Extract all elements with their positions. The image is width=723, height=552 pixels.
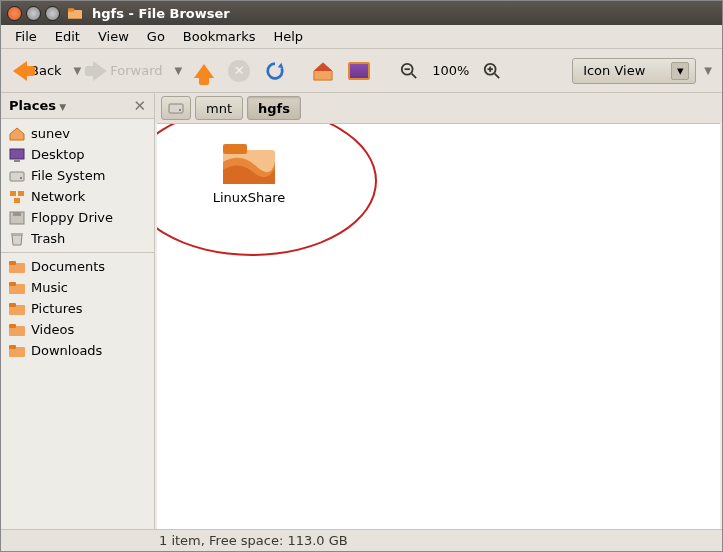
sidebar-item-downloads[interactable]: Downloads: [1, 340, 154, 361]
svg-rect-28: [9, 345, 16, 349]
svg-rect-24: [9, 303, 16, 307]
svg-rect-32: [223, 144, 247, 154]
sidebar-item-videos[interactable]: Videos: [1, 319, 154, 340]
sidebar-item-label: Pictures: [31, 301, 82, 316]
menu-file[interactable]: File: [7, 27, 45, 46]
sidebar-item-label: Desktop: [31, 147, 85, 162]
svg-rect-29: [169, 104, 183, 113]
zoom-out-button[interactable]: [396, 59, 422, 83]
window-minimize-button[interactable]: [26, 6, 41, 21]
svg-rect-10: [14, 160, 20, 162]
path-segment-hgfs[interactable]: hgfs: [247, 96, 301, 120]
svg-rect-14: [18, 191, 24, 196]
folder-icon: [9, 302, 25, 316]
view-mode-select[interactable]: Icon View ▾: [572, 58, 696, 84]
reload-button[interactable]: [260, 57, 290, 85]
folder-icon: [221, 142, 277, 186]
stop-icon: ✕: [228, 60, 250, 82]
menu-help[interactable]: Help: [265, 27, 311, 46]
back-history-dropdown[interactable]: ▼: [72, 65, 84, 76]
svg-rect-18: [11, 233, 23, 235]
file-item-linuxshare[interactable]: LinuxShare: [199, 142, 299, 205]
menu-bookmarks[interactable]: Bookmarks: [175, 27, 264, 46]
svg-rect-26: [9, 324, 16, 328]
status-text: 1 item, Free space: 113.0 GB: [159, 533, 348, 548]
sidebar-separator: [1, 252, 154, 253]
up-button[interactable]: [190, 61, 218, 81]
folder-icon: [9, 344, 25, 358]
home-icon: [312, 61, 334, 81]
window-maximize-button[interactable]: [45, 6, 60, 21]
sidebar-item-home[interactable]: sunev: [1, 123, 154, 144]
svg-point-12: [20, 177, 22, 179]
svg-rect-15: [14, 198, 20, 203]
reload-icon: [264, 60, 286, 82]
folder-icon: [9, 260, 25, 274]
sidebar: Places ✕ sunev Desktop File System Netwo…: [1, 93, 155, 529]
sidebar-item-music[interactable]: Music: [1, 277, 154, 298]
computer-button[interactable]: [344, 59, 374, 83]
home-button[interactable]: [308, 58, 338, 84]
file-item-label: LinuxShare: [199, 190, 299, 205]
desktop-icon: [9, 148, 25, 162]
computer-icon: [348, 62, 370, 80]
disk-icon: [168, 101, 184, 115]
svg-rect-11: [10, 172, 24, 181]
back-arrow-icon: [13, 61, 27, 81]
back-button[interactable]: Back: [9, 58, 66, 84]
disk-icon: [9, 169, 25, 183]
svg-rect-1: [68, 8, 74, 12]
zoom-in-icon: [483, 62, 501, 80]
sidebar-item-pictures[interactable]: Pictures: [1, 298, 154, 319]
svg-rect-20: [9, 261, 16, 265]
sidebar-list: sunev Desktop File System Network Floppy…: [1, 119, 154, 529]
sidebar-header[interactable]: Places ✕: [1, 93, 154, 119]
sidebar-item-desktop[interactable]: Desktop: [1, 144, 154, 165]
stop-button[interactable]: ✕: [224, 57, 254, 85]
sidebar-item-label: sunev: [31, 126, 70, 141]
sidebar-item-floppy[interactable]: Floppy Drive: [1, 207, 154, 228]
sidebar-item-filesystem[interactable]: File System: [1, 165, 154, 186]
sidebar-item-label: Music: [31, 280, 68, 295]
sidebar-item-network[interactable]: Network: [1, 186, 154, 207]
path-segment-label: mnt: [206, 101, 232, 116]
home-icon: [9, 127, 25, 141]
trash-icon: [9, 232, 25, 246]
up-arrow-icon: [194, 64, 214, 78]
svg-rect-22: [9, 282, 16, 286]
sidebar-item-trash[interactable]: Trash: [1, 228, 154, 249]
sidebar-item-label: Documents: [31, 259, 105, 274]
path-segment-mnt[interactable]: mnt: [195, 96, 243, 120]
menu-view[interactable]: View: [90, 27, 137, 46]
folder-icon: [9, 281, 25, 295]
zoom-out-icon: [400, 62, 418, 80]
sidebar-item-documents[interactable]: Documents: [1, 256, 154, 277]
titlebar: hgfs - File Browser: [1, 1, 722, 25]
app-folder-icon: [68, 8, 82, 19]
sidebar-close-icon[interactable]: ✕: [133, 97, 146, 115]
window-close-button[interactable]: [7, 6, 22, 21]
network-icon: [9, 190, 25, 204]
forward-history-dropdown[interactable]: ▼: [173, 65, 185, 76]
svg-line-3: [412, 73, 417, 78]
sidebar-item-label: Downloads: [31, 343, 102, 358]
forward-label: Forward: [110, 63, 162, 78]
file-area[interactable]: LinuxShare: [157, 123, 720, 529]
sidebar-item-label: Videos: [31, 322, 74, 337]
menu-go[interactable]: Go: [139, 27, 173, 46]
pathbar: mnt hgfs: [155, 93, 722, 123]
statusbar: 1 item, Free space: 113.0 GB: [1, 529, 722, 551]
zoom-in-button[interactable]: [479, 59, 505, 83]
menu-edit[interactable]: Edit: [47, 27, 88, 46]
path-segment-label: hgfs: [258, 101, 290, 116]
floppy-icon: [9, 211, 25, 225]
forward-button[interactable]: Forward: [89, 58, 166, 84]
view-mode-label: Icon View: [583, 63, 645, 78]
svg-rect-17: [13, 212, 21, 216]
content-area: mnt hgfs LinuxShare: [155, 93, 722, 529]
window-title: hgfs - File Browser: [92, 6, 230, 21]
path-segment-root[interactable]: [161, 96, 191, 120]
sidebar-item-label: Trash: [31, 231, 65, 246]
toolbar-overflow-dropdown[interactable]: ▼: [702, 65, 714, 76]
svg-line-6: [495, 73, 500, 78]
